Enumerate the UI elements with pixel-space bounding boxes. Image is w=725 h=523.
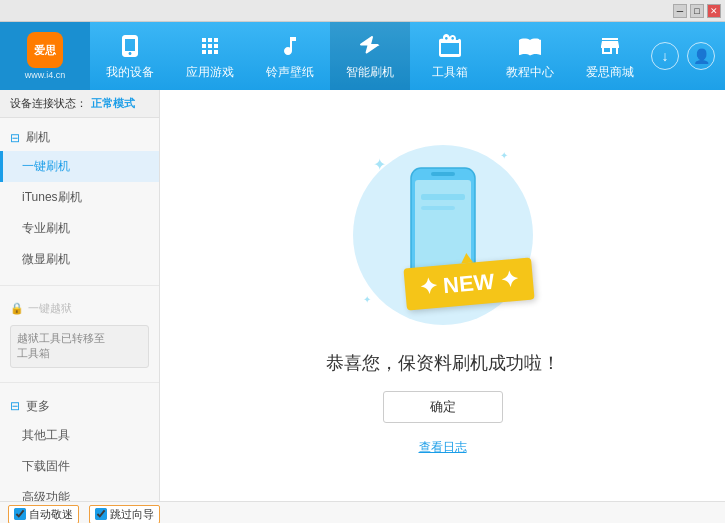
logo-icon: 爱思 bbox=[27, 32, 63, 68]
auto-connect-checkbox[interactable]: 自动敬迷 bbox=[8, 505, 79, 523]
store-icon bbox=[596, 32, 624, 60]
header: 爱思 www.i4.cn 我的设备 应用游戏 铃声壁纸 bbox=[0, 22, 725, 90]
ringtone-icon bbox=[276, 32, 304, 60]
daily-link[interactable]: 查看日志 bbox=[419, 439, 467, 456]
nav-label-tutorial: 教程中心 bbox=[506, 64, 554, 81]
nav-item-my-device[interactable]: 我的设备 bbox=[90, 22, 170, 90]
content-area: ✦ ✦ ✦ ✦ NEW ✦ bbox=[160, 90, 725, 501]
sidebar-item-one-click-flash[interactable]: 一键刷机 bbox=[0, 151, 159, 182]
minimize-button[interactable]: ─ bbox=[673, 4, 687, 18]
nav-label-smart-flash: 智能刷机 bbox=[346, 64, 394, 81]
sidebar-item-other-tools[interactable]: 其他工具 bbox=[0, 420, 159, 451]
svg-rect-5 bbox=[421, 206, 455, 210]
nav-label-ringtone: 铃声壁纸 bbox=[266, 64, 314, 81]
divider-2 bbox=[0, 382, 159, 383]
svg-rect-4 bbox=[421, 194, 465, 200]
logo-url: www.i4.cn bbox=[25, 70, 66, 80]
status-value: 正常模式 bbox=[91, 96, 135, 111]
success-area: ✦ ✦ ✦ ✦ NEW ✦ bbox=[326, 135, 560, 456]
nav-label-toolbox: 工具箱 bbox=[432, 64, 468, 81]
nav-item-tutorial[interactable]: 教程中心 bbox=[490, 22, 570, 90]
device-icon bbox=[116, 32, 144, 60]
device-status-bar: 设备连接状态： 正常模式 bbox=[0, 90, 159, 118]
toolbox-icon bbox=[436, 32, 464, 60]
sidebar-item-itunes-flash[interactable]: iTunes刷机 bbox=[0, 182, 159, 213]
apps-icon bbox=[196, 32, 224, 60]
jailbreak-label: 一键越狱 bbox=[28, 301, 72, 316]
auto-connect-label: 自动敬迷 bbox=[29, 507, 73, 522]
maximize-button[interactable]: □ bbox=[690, 4, 704, 18]
sidebar-item-pro-flash[interactable]: 专业刷机 bbox=[0, 213, 159, 244]
main-area: 设备连接状态： 正常模式 ⊟ 刷机 一键刷机 iTunes刷机 专业刷机 微显刷… bbox=[0, 90, 725, 501]
confirm-button[interactable]: 确定 bbox=[383, 391, 503, 423]
logo[interactable]: 爱思 www.i4.cn bbox=[0, 22, 90, 90]
nav-item-smart-flash[interactable]: 智能刷机 bbox=[330, 22, 410, 90]
lock-icon: 🔒 bbox=[10, 302, 24, 315]
jailbreak-note: 越狱工具已转移至工具箱 bbox=[10, 325, 149, 368]
header-right: ↓ 👤 bbox=[651, 42, 725, 70]
more-section-label: 更多 bbox=[26, 398, 50, 415]
svg-rect-2 bbox=[431, 172, 455, 176]
flash-icon bbox=[356, 32, 384, 60]
success-message: 恭喜您，保资料刷机成功啦！ bbox=[326, 351, 560, 375]
status-label: 设备连接状态： bbox=[10, 96, 87, 111]
sidebar-item-download-firmware[interactable]: 下载固件 bbox=[0, 451, 159, 482]
more-section-icon: ⊟ bbox=[10, 399, 20, 413]
divider-1 bbox=[0, 285, 159, 286]
nav-item-store[interactable]: 爱思商城 bbox=[570, 22, 650, 90]
skip-wizard-checkbox[interactable]: 跳过向导 bbox=[89, 505, 160, 523]
nav-item-ringtone[interactable]: 铃声壁纸 bbox=[250, 22, 330, 90]
skip-wizard-label: 跳过向导 bbox=[110, 507, 154, 522]
nav-item-toolbox[interactable]: 工具箱 bbox=[410, 22, 490, 90]
bottom-bar: 自动敬迷 跳过向导 📱 阻止iTunes运行 iPhone 12 mini 64… bbox=[0, 501, 725, 523]
skip-wizard-input[interactable] bbox=[95, 508, 107, 520]
sidebar-item-advanced[interactable]: 高级功能 bbox=[0, 482, 159, 501]
nav-label-my-device: 我的设备 bbox=[106, 64, 154, 81]
sidebar-item-save-flash[interactable]: 微显刷机 bbox=[0, 244, 159, 275]
tutorial-icon bbox=[516, 32, 544, 60]
bottom-top-row: 自动敬迷 跳过向导 bbox=[0, 502, 725, 523]
sparkle-3: ✦ bbox=[363, 294, 371, 305]
flash-section: ⊟ 刷机 一键刷机 iTunes刷机 专业刷机 微显刷机 bbox=[0, 118, 159, 281]
flash-section-icon: ⊟ bbox=[10, 131, 20, 145]
flash-section-header[interactable]: ⊟ 刷机 bbox=[0, 124, 159, 151]
close-button[interactable]: ✕ bbox=[707, 4, 721, 18]
title-bar: ─ □ ✕ bbox=[0, 0, 725, 22]
user-button[interactable]: 👤 bbox=[687, 42, 715, 70]
nav-item-apps-games[interactable]: 应用游戏 bbox=[170, 22, 250, 90]
phone-illustration: ✦ ✦ ✦ ✦ NEW ✦ bbox=[343, 135, 543, 335]
sparkle-2: ✦ bbox=[500, 150, 508, 161]
jailbreak-header: 🔒 一键越狱 bbox=[0, 296, 159, 321]
jailbreak-section: 🔒 一键越狱 越狱工具已转移至工具箱 bbox=[0, 290, 159, 378]
download-button[interactable]: ↓ bbox=[651, 42, 679, 70]
nav-bar: 我的设备 应用游戏 铃声壁纸 智能刷机 工具箱 bbox=[90, 22, 651, 90]
more-section-header[interactable]: ⊟ 更多 bbox=[0, 393, 159, 420]
sidebar: 设备连接状态： 正常模式 ⊟ 刷机 一键刷机 iTunes刷机 专业刷机 微显刷… bbox=[0, 90, 160, 501]
nav-label-store: 爱思商城 bbox=[586, 64, 634, 81]
sparkle-1: ✦ bbox=[373, 155, 386, 174]
flash-section-label: 刷机 bbox=[26, 129, 50, 146]
more-section: ⊟ 更多 其他工具 下载固件 高级功能 bbox=[0, 387, 159, 501]
auto-connect-input[interactable] bbox=[14, 508, 26, 520]
nav-label-apps-games: 应用游戏 bbox=[186, 64, 234, 81]
